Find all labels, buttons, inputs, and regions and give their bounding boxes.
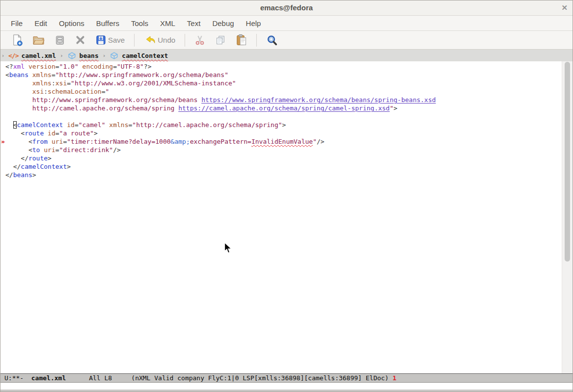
breadcrumb-leading-chevron-icon: › <box>1 53 4 58</box>
breadcrumb-label: camelContext <box>122 52 168 59</box>
error-fringe-marker-icon: » <box>1 137 5 146</box>
code-line: xsi:schemaLocation=" <box>5 87 562 96</box>
code-line: </route> <box>5 154 562 162</box>
copy-button[interactable] <box>210 31 231 49</box>
code-line <box>5 112 562 121</box>
search-button[interactable] <box>261 31 283 49</box>
open-file-button[interactable] <box>27 31 50 49</box>
clipboard-icon <box>236 34 247 46</box>
search-icon <box>266 34 278 46</box>
breadcrumb-item-camel.xml[interactable]: </>camel.xml <box>8 52 56 59</box>
undo-button[interactable]: Undo <box>139 31 180 49</box>
menu-item-edit[interactable]: Edit <box>28 19 53 27</box>
breadcrumb-separator-icon: › <box>60 52 63 59</box>
breadcrumb-label: camel.xml <box>22 52 56 59</box>
save-label: Save <box>108 36 125 44</box>
scissors-icon <box>194 34 205 46</box>
menu-item-xml[interactable]: XML <box>154 19 181 27</box>
tool-bar: SaveUndo <box>0 31 573 50</box>
cut-button[interactable] <box>190 31 210 49</box>
modeline-error-count: 1 <box>393 374 397 382</box>
echo-area <box>0 383 573 390</box>
menu-item-text[interactable]: Text <box>181 19 207 27</box>
code-line: <?xml version="1.0" encoding="UTF-8"?> <box>5 62 562 71</box>
save-disk-icon <box>95 34 107 46</box>
code-line: <beans xmlns="http://www.springframework… <box>5 71 562 79</box>
modeline-position: All L8 <box>66 374 131 382</box>
undo-label: Undo <box>158 36 175 44</box>
open-folder-icon <box>32 35 45 45</box>
modeline-modes: (nXML Valid company FlyC:1|0 LSP[xmlls:3… <box>131 374 392 382</box>
breadcrumb-separator-icon: › <box>103 52 106 59</box>
breadcrumb-label: beans <box>80 52 99 59</box>
menu-item-help[interactable]: Help <box>240 19 267 27</box>
copy-icon <box>215 35 226 46</box>
element-cube-icon <box>109 52 119 60</box>
new-file-icon <box>11 34 23 46</box>
toolbar-separator <box>185 34 185 47</box>
title-bar[interactable]: emacs@fedora ✕ <box>0 0 573 16</box>
menu-item-file[interactable]: File <box>5 19 28 27</box>
editor-buffer[interactable]: <?xml version="1.0" encoding="UTF-8"?><b… <box>0 61 562 374</box>
scrollbar-track[interactable] <box>562 61 573 374</box>
element-cube-icon <box>67 52 77 60</box>
mode-line: U:**- camel.xml All L8 (nXML Valid compa… <box>0 373 573 383</box>
scrollbar-thumb[interactable] <box>565 62 570 261</box>
code-line: http://camel.apache.org/schema/spring ht… <box>5 104 562 112</box>
breadcrumb: › </>camel.xml›beans›camelContext <box>0 50 573 61</box>
save-as-button[interactable] <box>50 31 70 49</box>
save-button[interactable]: Save <box>90 31 130 49</box>
close-x-icon <box>75 35 85 45</box>
emacs-window: emacs@fedora ✕ FileEditOptionsBuffersToo… <box>0 0 573 392</box>
code-line: <from uri="timer:timerName?delay=1000&am… <box>5 137 562 146</box>
menu-item-options[interactable]: Options <box>53 19 90 27</box>
code-line: http://www.springframework.org/schema/be… <box>5 96 562 104</box>
paste-button[interactable] <box>231 31 252 49</box>
modeline-buffer-name: camel.xml <box>31 374 66 382</box>
modeline-status-flags: U:**- <box>4 374 31 382</box>
breadcrumb-item-beans[interactable]: beans <box>67 52 99 60</box>
menu-bar: FileEditOptionsBuffersToolsXMLTextDebugH… <box>0 16 573 31</box>
menu-item-tools[interactable]: Tools <box>125 19 154 27</box>
new-file-button[interactable] <box>6 31 27 49</box>
code-line: <to uri="direct:drink"/> <box>5 146 562 154</box>
xml-file-icon: </> <box>8 52 18 59</box>
close-window-icon[interactable]: ✕ <box>561 0 568 15</box>
close-buffer-button[interactable] <box>70 31 90 49</box>
code-line: </beans> <box>5 171 562 179</box>
undo-icon <box>144 35 156 45</box>
window-bottom-edge <box>0 390 573 392</box>
code-line: <camelContext id="camel" xmlns="http://c… <box>5 121 562 129</box>
code-line: xmlns:xsi="http://www.w3.org/2001/XMLSch… <box>5 79 562 87</box>
code-line: </camelContext> <box>5 162 562 171</box>
window-title: emacs@fedora <box>0 0 573 15</box>
menu-item-debug[interactable]: Debug <box>206 19 240 27</box>
toolbar-separator <box>256 34 257 47</box>
menu-item-buffers[interactable]: Buffers <box>90 19 125 27</box>
drive-icon <box>55 35 65 46</box>
breadcrumb-item-camelcontext[interactable]: camelContext <box>109 52 168 60</box>
code-line: <route id="a route"> <box>5 129 562 137</box>
toolbar-separator <box>134 34 135 47</box>
